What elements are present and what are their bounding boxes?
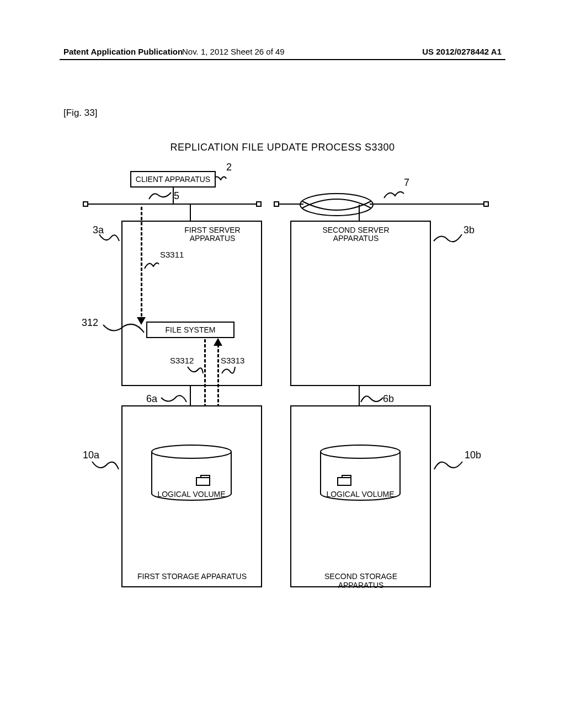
- net-endpoint-icon: [83, 201, 88, 207]
- arrowhead-icon: [214, 338, 222, 346]
- hatch-10a-icon: [91, 461, 120, 473]
- first-server-text: FIRST SERVER APPARATUS: [184, 226, 240, 243]
- file-icon: [195, 474, 211, 486]
- hatch-3b-icon: [433, 233, 463, 245]
- ref-10a: 10a: [83, 449, 99, 461]
- svg-point-1: [152, 445, 231, 458]
- logical-volume-right: LOGICAL VOLUME: [319, 444, 402, 502]
- hatch-s3313-icon: [221, 366, 236, 377]
- ref-5: 5: [174, 190, 179, 202]
- ref-3b: 3b: [463, 224, 475, 236]
- diagram-title: REPLICATION FILE UPDATE PROCESS S3300: [0, 142, 565, 153]
- net-endpoint-icon: [274, 201, 279, 207]
- svg-point-0: [300, 194, 373, 216]
- first-storage-label: FIRST STORAGE APPARATUS: [137, 572, 247, 581]
- connector-line: [359, 205, 360, 221]
- diagram-container: CLIENT APPARATUS 2 5 7 FIRST SERVER APPA…: [88, 163, 486, 598]
- hatch-s3311-icon: [143, 259, 160, 270]
- hatch-7-icon: [383, 187, 405, 199]
- logical-volume-label: LOGICAL VOLUME: [319, 490, 402, 499]
- ref-6b: 6b: [383, 393, 394, 405]
- second-server-text: SECOND SERVER APPARATUS: [322, 226, 389, 243]
- connector-line: [190, 386, 191, 405]
- figure-label: [Fig. 33]: [63, 108, 97, 119]
- header-rule: [60, 59, 505, 60]
- net-endpoint-icon: [256, 201, 262, 207]
- cloud-wan-icon: [298, 191, 375, 218]
- logical-volume-left: LOGICAL VOLUME: [150, 444, 233, 502]
- header-center: Nov. 1, 2012 Sheet 26 of 49: [182, 47, 285, 56]
- connector-line: [190, 205, 191, 221]
- file-icon: [337, 474, 352, 486]
- hatch-s3312-icon: [186, 366, 204, 377]
- connector-line: [276, 204, 303, 205]
- hatch-10b-icon: [433, 461, 463, 473]
- ref-s3312: S3312: [170, 356, 194, 365]
- hatch-6b-icon: [360, 394, 384, 405]
- second-storage-label: SECOND STORAGE APPARATUS: [306, 572, 416, 590]
- hatch-3a-icon: [98, 233, 120, 245]
- second-server-label: SECOND SERVER APPARATUS: [320, 226, 392, 243]
- header-right: US 2012/0278442 A1: [422, 47, 502, 56]
- second-server-box: [290, 221, 431, 386]
- connector-line: [359, 386, 360, 405]
- first-server-label: FIRST SERVER APPARATUS: [177, 226, 248, 243]
- svg-point-2: [321, 445, 400, 458]
- header-left: Patent Application Publication: [63, 47, 183, 56]
- ref-s3311: S3311: [160, 250, 184, 259]
- hatch-5-icon: [148, 191, 172, 201]
- logical-volume-label: LOGICAL VOLUME: [150, 490, 233, 499]
- file-system-box: FILE SYSTEM: [146, 322, 234, 338]
- ref-2: 2: [226, 162, 232, 173]
- connector-line: [370, 204, 486, 205]
- ref-312: 312: [82, 317, 98, 329]
- page-header: Patent Application Publication Nov. 1, 2…: [0, 47, 565, 56]
- client-apparatus-box: CLIENT APPARATUS: [130, 171, 216, 188]
- hatch-6a-icon: [160, 394, 188, 405]
- ref-6a: 6a: [146, 393, 157, 405]
- hatch-312-icon: [102, 323, 145, 335]
- dashed-arrow-s3311: [141, 207, 142, 322]
- ref-s3313: S3313: [221, 356, 244, 365]
- ref-10b: 10b: [465, 449, 481, 461]
- net-endpoint-icon: [483, 201, 489, 207]
- network-line-left: [85, 204, 262, 205]
